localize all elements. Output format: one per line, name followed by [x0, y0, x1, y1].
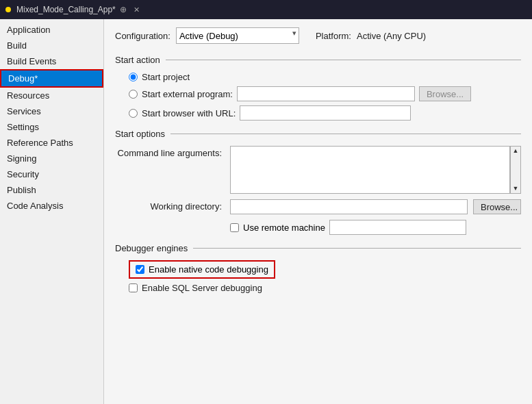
sidebar-item-settings[interactable]: Settings: [0, 119, 103, 135]
radio-start-external-label: Start external program:: [142, 89, 233, 99]
config-row: Configuration: Active (Debug) Platform: …: [115, 27, 521, 44]
radio-start-browser-input[interactable]: [129, 109, 138, 118]
remote-row: Use remote machine: [115, 220, 521, 235]
remote-machine-label: Use remote machine: [243, 223, 325, 233]
sql-debug-row: Enable SQL Server debugging: [129, 283, 521, 293]
platform-value: Active (Any CPU): [357, 31, 426, 41]
debugger-engines-options: Enable native code debugging Enable SQL …: [115, 260, 521, 293]
start-browser-input[interactable]: [240, 105, 411, 121]
tab-label: Mixed_Mode_Calling_App*: [16, 5, 116, 14]
config-label: Configuration:: [115, 31, 170, 41]
sidebar-item-security[interactable]: Security: [0, 166, 103, 182]
sidebar-item-code-analysis[interactable]: Code Analysis: [0, 198, 103, 214]
tab-close-icon[interactable]: ✕: [134, 5, 140, 14]
main-container: Application Build Build Events Debug* Re…: [0, 19, 532, 404]
remote-machine-input[interactable]: [329, 220, 466, 235]
cmdargs-label: Command line arguments:: [115, 146, 225, 158]
sidebar-item-application[interactable]: Application: [0, 22, 103, 38]
start-action-header: Start action: [115, 55, 521, 65]
sidebar: Application Build Build Events Debug* Re…: [0, 19, 104, 404]
workdir-row: Working directory: Browse...: [115, 199, 521, 214]
workdir-browse-btn-wrapper: Browse...: [473, 199, 521, 214]
start-external-browse-button[interactable]: Browse...: [419, 86, 471, 101]
radio-start-external-input[interactable]: [129, 90, 138, 99]
workdir-control: [230, 199, 468, 214]
title-dot: [5, 7, 11, 12]
sidebar-item-reference-paths[interactable]: Reference Paths: [0, 135, 103, 151]
sql-debug-checkbox[interactable]: [129, 283, 138, 292]
radio-start-project-input[interactable]: [129, 73, 138, 81]
config-select[interactable]: Active (Debug): [176, 27, 299, 44]
scroll-down-icon[interactable]: ▼: [511, 184, 520, 193]
start-action-options: Start project Start external program: Br…: [115, 72, 521, 121]
cmdargs-row: Command line arguments: ▲ ▼: [115, 146, 521, 194]
title-bar: Mixed_Mode_Calling_App* ⊕ ✕: [0, 0, 532, 19]
sql-debug-label: Enable SQL Server debugging: [142, 283, 262, 293]
remote-machine-checkbox[interactable]: [230, 223, 239, 232]
scroll-up-icon[interactable]: ▲: [511, 147, 520, 155]
sidebar-item-services[interactable]: Services: [0, 103, 103, 119]
remote-spacer: [115, 227, 225, 229]
sidebar-item-build[interactable]: Build: [0, 38, 103, 53]
sidebar-item-signing[interactable]: Signing: [0, 151, 103, 166]
radio-start-project-label: Start project: [142, 72, 190, 82]
radio-start-browser-label: Start browser with URL:: [142, 108, 236, 118]
tab-pin[interactable]: ⊕: [120, 5, 127, 14]
sidebar-item-resources[interactable]: Resources: [0, 88, 103, 103]
workdir-browse-button[interactable]: Browse...: [473, 199, 521, 214]
debugger-engines-header: Debugger engines: [115, 243, 521, 253]
radio-start-external: Start external program: Browse...: [129, 86, 521, 101]
cmdargs-control: ▲ ▼: [230, 146, 521, 194]
remote-control: Use remote machine: [230, 220, 466, 235]
sidebar-item-build-events[interactable]: Build Events: [0, 53, 103, 69]
cmdargs-textarea[interactable]: [230, 146, 510, 194]
native-debug-checkbox[interactable]: [136, 265, 144, 274]
start-external-input[interactable]: [237, 86, 415, 101]
sidebar-item-debug[interactable]: Debug*: [0, 69, 103, 88]
native-debug-box: Enable native code debugging: [129, 260, 275, 279]
platform-label: Platform:: [316, 31, 351, 41]
config-select-wrapper[interactable]: Active (Debug): [176, 27, 299, 44]
radio-start-project: Start project: [129, 72, 521, 82]
workdir-label: Working directory:: [115, 199, 225, 212]
content-area: Configuration: Active (Debug) Platform: …: [104, 19, 532, 404]
sidebar-item-publish[interactable]: Publish: [0, 182, 103, 198]
start-options-header: Start options: [115, 129, 521, 139]
radio-start-browser: Start browser with URL:: [129, 105, 521, 121]
workdir-input[interactable]: [230, 199, 468, 214]
cmdargs-scrollbar: ▲ ▼: [510, 146, 521, 194]
native-debug-label: Enable native code debugging: [149, 264, 268, 275]
cmdargs-textarea-wrapper: ▲ ▼: [230, 146, 521, 194]
